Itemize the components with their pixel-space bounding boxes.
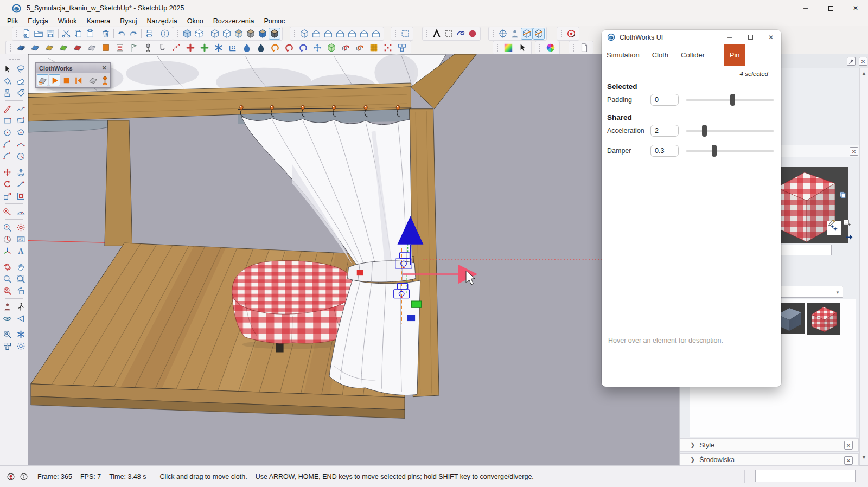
view-top-icon[interactable] xyxy=(310,28,322,40)
style-close-icon[interactable]: ✕ xyxy=(844,441,853,450)
tab-simulation[interactable]: Simulation xyxy=(607,51,640,59)
rope-orange-icon[interactable] xyxy=(268,42,282,54)
cw-layers-tool-icon[interactable] xyxy=(1,340,13,352)
face-style-toggle-icon[interactable] xyxy=(399,28,411,40)
section-display-cuts-icon[interactable] xyxy=(521,28,533,40)
geolocation-icon[interactable] xyxy=(7,472,15,481)
cloth-yellow-icon[interactable] xyxy=(42,42,56,54)
view-iso-icon[interactable] xyxy=(298,28,310,40)
flag-pin-icon[interactable] xyxy=(127,42,141,54)
maximize-button[interactable] xyxy=(818,0,843,16)
menu-item-pomoc[interactable]: Pomoc xyxy=(259,16,290,26)
tab-collider[interactable]: Collider xyxy=(681,51,705,59)
open-file-icon[interactable] xyxy=(33,28,44,40)
clothworks-floating-toolbar[interactable]: ClothWorks ✕ xyxy=(35,62,111,88)
push-pull-tool-icon[interactable] xyxy=(15,166,27,178)
pin-marker-green[interactable] xyxy=(411,301,421,307)
menu-item-plik[interactable]: Plik xyxy=(2,16,23,26)
floating-toolbar-close-icon[interactable]: ✕ xyxy=(102,65,107,72)
create-material-icon[interactable] xyxy=(843,219,851,227)
add-pin-button[interactable] xyxy=(99,74,111,86)
style-hidden-line-icon[interactable] xyxy=(221,28,233,40)
zoom-extents-tool-icon[interactable] xyxy=(1,285,13,297)
model-info-icon[interactable] xyxy=(159,28,171,40)
stamp-tool-icon[interactable] xyxy=(1,87,13,99)
stop-simulation-button[interactable] xyxy=(61,74,72,86)
document-blank-icon[interactable] xyxy=(577,42,591,54)
tab-cloth[interactable]: Cloth xyxy=(652,51,668,59)
tray-scrollbar[interactable]: ▲ ▼ xyxy=(859,68,868,465)
move-tool-icon[interactable] xyxy=(1,166,13,178)
acceleration-slider-handle[interactable] xyxy=(702,125,707,137)
clothworks-ui-dialog[interactable]: ClothWorks UI ─ ✕ SimulationClothCollide… xyxy=(602,30,781,387)
circle-tool-icon[interactable] xyxy=(1,126,13,138)
menu-item-rysuj[interactable]: Rysuj xyxy=(115,16,142,26)
scroll-down-icon[interactable]: ▼ xyxy=(861,454,867,460)
tab-pin[interactable]: Pin xyxy=(724,44,745,66)
texture-grid-icon[interactable] xyxy=(367,42,381,54)
tray-close-icon[interactable]: ✕ xyxy=(859,57,867,66)
menu-item-edycja[interactable]: Edycja xyxy=(23,16,53,26)
zoom-selection-tool-icon[interactable] xyxy=(1,221,13,233)
select-tool-icon[interactable] xyxy=(1,63,13,75)
menu-item-widok[interactable]: Widok xyxy=(53,16,82,26)
pin-marker-red[interactable] xyxy=(357,270,363,276)
acceleration-slider[interactable] xyxy=(686,125,775,137)
move-cloth-icon[interactable] xyxy=(310,42,324,54)
detach-star-icon[interactable] xyxy=(212,42,226,54)
padding-input[interactable] xyxy=(650,94,679,106)
lasso-tool-icon[interactable] xyxy=(15,63,27,75)
solidify-box-icon[interactable] xyxy=(324,42,339,54)
damper-slider-handle[interactable] xyxy=(712,145,717,157)
paste-icon[interactable] xyxy=(84,28,96,40)
group-boxes-icon[interactable] xyxy=(395,42,409,54)
section-head-icon[interactable] xyxy=(509,28,521,40)
three-point-arc-tool-icon[interactable] xyxy=(1,150,13,162)
axes-tool-icon[interactable] xyxy=(1,245,13,257)
tray-pin-icon[interactable] xyxy=(847,57,856,66)
viewport-3d-canvas[interactable]: ClothWorks ✕ xyxy=(28,54,679,465)
dialog-maximize-button[interactable] xyxy=(740,34,761,41)
geo-target-icon[interactable] xyxy=(565,28,577,40)
release-cloth-button[interactable] xyxy=(87,74,99,86)
view-left-icon[interactable] xyxy=(358,28,370,40)
cloth-plain-icon[interactable] xyxy=(85,42,99,54)
materials-close-icon[interactable]: ✕ xyxy=(850,147,858,156)
rotate-tool-icon[interactable] xyxy=(1,178,13,190)
style-monochrome-icon[interactable] xyxy=(245,28,257,40)
scroll-up-icon[interactable]: ▲ xyxy=(861,71,867,76)
section-display-planes-icon[interactable] xyxy=(533,28,545,40)
play-simulation-button[interactable] xyxy=(49,74,60,86)
acceleration-input[interactable] xyxy=(650,125,679,137)
hook-tool-icon[interactable] xyxy=(155,42,169,54)
tag-tool-icon[interactable] xyxy=(15,87,27,99)
rope-blue-icon[interactable] xyxy=(296,42,310,54)
color-wheel-icon[interactable] xyxy=(544,42,558,54)
rotated-rectangle-tool-icon[interactable] xyxy=(15,114,27,126)
cloth-blue-icon[interactable] xyxy=(28,42,42,54)
minimize-button[interactable]: ─ xyxy=(793,0,818,16)
box-rope-orange-icon[interactable] xyxy=(353,42,367,54)
lambda-tool-icon[interactable] xyxy=(431,28,443,40)
close-button[interactable]: ✕ xyxy=(843,0,868,16)
copy-material-icon[interactable] xyxy=(838,190,847,199)
cw-waves-tool-icon[interactable] xyxy=(15,328,27,340)
padding-slider-handle[interactable] xyxy=(730,94,735,106)
record-circle-icon[interactable] xyxy=(467,28,478,40)
sew-red-icon[interactable] xyxy=(183,42,197,54)
tray-section-style[interactable]: ❯ Style ✕ xyxy=(680,438,859,452)
view-back-icon[interactable] xyxy=(346,28,358,40)
measurement-input[interactable] xyxy=(755,470,856,482)
sample-cursor-icon[interactable] xyxy=(515,42,529,54)
info-icon[interactable] xyxy=(20,472,28,481)
orbit-tool-icon[interactable] xyxy=(1,261,13,273)
view-bottom-icon[interactable] xyxy=(370,28,382,40)
zoom-window-tool-icon[interactable] xyxy=(15,273,27,285)
undo-icon[interactable] xyxy=(116,28,127,40)
tray-section-srodowiska[interactable]: ❯ Środowiska ✕ xyxy=(680,453,859,466)
pin-marker-blue[interactable] xyxy=(407,315,415,321)
sample-paint-icon[interactable] xyxy=(845,232,853,241)
follow-me-tool-icon[interactable] xyxy=(15,178,27,190)
field-of-view-tool-icon[interactable] xyxy=(15,312,27,324)
style-shaded-blue-icon[interactable] xyxy=(257,28,269,40)
